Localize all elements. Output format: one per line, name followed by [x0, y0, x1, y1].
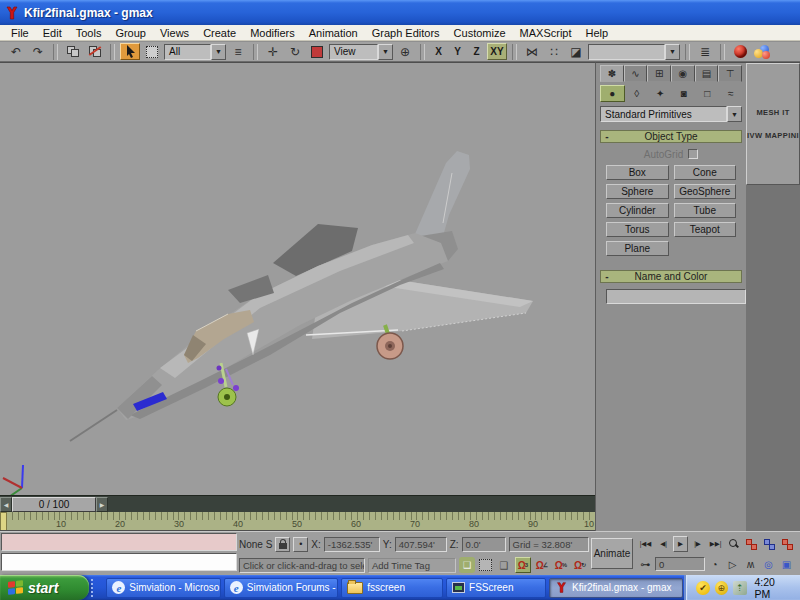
snap-spinner-icon[interactable]: Ω↻ [572, 557, 588, 573]
menu-modifiers[interactable]: Modifiers [243, 27, 302, 39]
listener-input[interactable] [1, 553, 237, 571]
dropdown-arrow-icon[interactable]: ▼ [665, 44, 680, 60]
frame-back-arrow-icon[interactable]: ◀ [0, 497, 12, 512]
start-button[interactable]: start [0, 575, 89, 600]
mirror-icon[interactable]: ⋈ [522, 43, 542, 60]
x-coordinate-field[interactable]: -1362.535' [324, 537, 380, 552]
arc-rotate-icon[interactable]: ◎ [760, 556, 777, 572]
align-icon[interactable]: ◪ [566, 43, 586, 60]
restrict-z-button[interactable]: Z [468, 43, 485, 60]
render-icon[interactable] [730, 43, 750, 60]
field-of-view-icon[interactable]: ▷ [724, 556, 741, 572]
menu-maxscript[interactable]: MAXScript [513, 27, 579, 39]
autogrid-checkbox[interactable] [688, 149, 698, 159]
play-animation-icon[interactable]: ▶ [673, 536, 688, 552]
redo-icon[interactable]: ↷ [28, 43, 48, 60]
zoom-icon[interactable] [725, 536, 742, 552]
object-type-rollout-header[interactable]: - Object Type [600, 130, 742, 143]
selection-region-mode-icon[interactable] [478, 558, 493, 573]
quick-launch-handle[interactable] [91, 579, 103, 597]
frame-forward-arrow-icon[interactable]: ▶ [96, 497, 108, 512]
select-by-name-icon[interactable]: ≡ [228, 43, 248, 60]
undo-icon[interactable]: ↶ [6, 43, 26, 60]
key-mode-toggle-icon[interactable]: ⊶ [637, 556, 654, 572]
perspective-viewport[interactable] [0, 62, 595, 495]
listener-macro-recorder[interactable] [1, 533, 237, 551]
go-to-end-icon[interactable]: ▶▶| [707, 536, 724, 552]
restrict-y-button[interactable]: Y [449, 43, 466, 60]
snap-angle-icon[interactable]: Ω∠ [534, 557, 550, 573]
animate-button[interactable]: Animate [591, 538, 633, 569]
collapse-icon[interactable]: - [601, 131, 613, 142]
task-simviation-page[interactable]: e Simviation - Microso... [106, 578, 220, 598]
name-color-rollout-header[interactable]: - Name and Color [600, 270, 742, 283]
menu-edit[interactable]: Edit [36, 27, 69, 39]
menu-group[interactable]: Group [108, 27, 153, 39]
menu-file[interactable]: File [4, 27, 36, 39]
category-cameras-icon[interactable]: ◙ [673, 85, 696, 102]
box-button[interactable]: Box [606, 165, 669, 180]
primitives-category-dropdown[interactable]: Standard Primitives ▼ [600, 106, 742, 122]
tab-hierarchy-icon[interactable]: ⊞ [647, 65, 671, 82]
time-configuration-icon[interactable]: ◔ [706, 556, 723, 572]
mesh-it-button[interactable]: MESH IT [747, 108, 799, 117]
title-bar[interactable]: Kfir2final.gmax - gmax [0, 0, 800, 25]
tab-create-icon[interactable]: ✽ [600, 65, 624, 82]
use-center-icon[interactable]: ⊕ [395, 43, 415, 60]
select-and-link-icon[interactable] [63, 43, 83, 60]
menu-help[interactable]: Help [579, 27, 616, 39]
layers-icon[interactable]: ≣ [695, 43, 715, 60]
collapse-icon[interactable]: - [601, 271, 613, 282]
min-max-toggle-icon[interactable]: ▣ [778, 556, 795, 572]
unlink-selection-icon[interactable] [85, 43, 105, 60]
menu-tools[interactable]: Tools [69, 27, 109, 39]
reference-coordinate-dropdown[interactable]: View ▼ [329, 44, 393, 60]
array-icon[interactable]: ∷ [544, 43, 564, 60]
select-and-rotate-icon[interactable]: ↻ [285, 43, 305, 60]
tray-liveupdate-icon[interactable]: ✔ [696, 581, 709, 595]
dropdown-arrow-icon[interactable]: ▼ [211, 44, 226, 60]
tab-modify-icon[interactable]: ∿ [624, 65, 648, 82]
cone-button[interactable]: Cone [674, 165, 737, 180]
add-time-tag[interactable]: Add Time Tag [368, 558, 456, 573]
snap-3d-icon[interactable]: Ω3 [515, 557, 531, 573]
task-gmax-active[interactable]: Kfir2final.gmax - gmax [549, 578, 683, 598]
menu-create[interactable]: Create [196, 27, 243, 39]
selection-filter-dropdown[interactable]: All ▼ [164, 44, 226, 60]
menu-customize[interactable]: Customize [447, 27, 513, 39]
restrict-x-button[interactable]: X [430, 43, 447, 60]
pan-view-icon[interactable]: ʍ [742, 556, 759, 572]
menu-animation[interactable]: Animation [302, 27, 365, 39]
z-coordinate-field[interactable]: 0.0' [462, 537, 506, 552]
category-geometry-icon[interactable]: ● [600, 85, 625, 102]
select-and-scale-icon[interactable] [307, 43, 327, 60]
tab-motion-icon[interactable]: ◉ [671, 65, 695, 82]
category-shapes-icon[interactable]: ◊ [626, 85, 649, 102]
current-frame-marker[interactable] [0, 512, 7, 531]
task-fsscreen-folder[interactable]: fsscreen [341, 578, 443, 598]
dropdown-arrow-icon[interactable]: ▼ [378, 44, 393, 60]
tray-globe-icon[interactable]: ⊕ [715, 581, 728, 595]
select-and-move-icon[interactable]: ✛ [263, 43, 283, 60]
restrict-xy-plane-button[interactable]: XY [487, 43, 507, 60]
selection-lock-button[interactable] [275, 537, 290, 552]
track-bar[interactable]: 10 20 30 40 50 60 70 80 90 10 [0, 512, 595, 531]
time-slider-track[interactable]: ◀ 0 / 100 ▶ [0, 495, 595, 512]
selection-region-icon[interactable] [142, 43, 162, 60]
category-lights-icon[interactable]: ✦ [649, 85, 672, 102]
tab-display-icon[interactable]: ▤ [695, 65, 719, 82]
category-spacewarps-icon[interactable]: ≈ [720, 85, 743, 102]
absolute-offset-toggle[interactable]: • [293, 537, 308, 552]
time-slider-handle[interactable]: 0 / 100 [12, 497, 96, 512]
zoom-extents-icon[interactable] [761, 536, 778, 552]
degradation-override-icon[interactable]: ❑ [459, 557, 475, 573]
object-name-input[interactable] [606, 289, 746, 304]
cylinder-button[interactable]: Cylinder [606, 203, 669, 218]
crossing-window-toggle-icon[interactable]: ❑ [496, 557, 512, 573]
menu-views[interactable]: Views [153, 27, 196, 39]
y-coordinate-field[interactable]: 407.594' [395, 537, 447, 552]
named-selection-dropdown[interactable]: ▼ [588, 44, 680, 60]
ivw-mapping-button[interactable]: IVW MAPPINI [747, 131, 799, 140]
geosphere-button[interactable]: GeoSphere [674, 184, 737, 199]
snap-percent-icon[interactable]: Ω% [553, 557, 569, 573]
